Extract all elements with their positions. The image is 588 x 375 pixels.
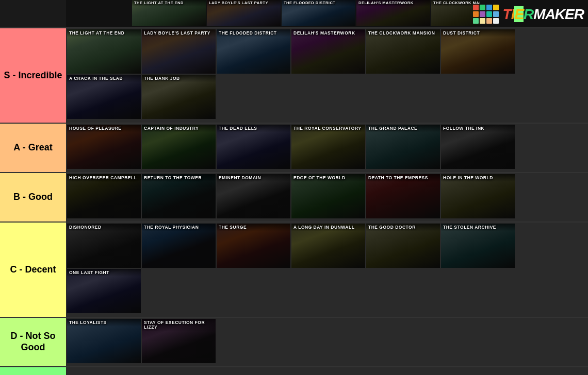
card-title: EMINENT DOMAIN [217, 174, 290, 182]
card-title: STAY OF EXECUTION FOR LIZZY [142, 319, 216, 332]
card-title: FOLLOW THE INK [441, 125, 515, 132]
banner-card-2: LADY BOYLE'S LAST PARTY [207, 0, 281, 26]
tier-card[interactable]: HOLE IN THE WORLD [441, 174, 515, 218]
banner-card-title-4: DELILAH'S MASTERWORK [356, 0, 430, 7]
banner-card-4: DELILAH'S MASTERWORK [356, 0, 430, 26]
brand-text: TiERMAKER [503, 6, 584, 23]
card-title: THE ROYAL CONSERVATORY [291, 125, 365, 132]
tier-row-c: C - Decent DISHONORED THE ROYAL PHYSICIA… [0, 223, 588, 318]
tier-content-e[interactable] [66, 367, 588, 375]
card-title: A LONG DAY IN DUNWALL [291, 224, 365, 231]
tier-label-b: B - Good [0, 173, 66, 221]
logo-grid [473, 5, 499, 24]
tier-row-s: S - Incredible THE LIGHT AT THE END LADY… [0, 28, 588, 124]
banner-card-title-3: THE FLOODED DISTRICT [282, 0, 355, 7]
tier-card[interactable]: LADY BOYLE'S LAST PARTY [142, 29, 216, 74]
logo-cell [480, 18, 485, 24]
tier-content-a[interactable]: HOUSE OF PLEASURE CAPTAIN OF INDUSTRY TH… [66, 124, 588, 172]
card-title: ONE LAST FIGHT [67, 269, 141, 277]
logo-cell [480, 11, 485, 17]
tier-label-c: C - Decent [0, 223, 66, 317]
tier-card[interactable]: THE LOYALISTS [67, 319, 141, 363]
banner-card-1: THE LIGHT AT THE END [132, 0, 206, 26]
tier-card[interactable]: THE LIGHT AT THE END [67, 29, 141, 74]
logo-cell [473, 5, 479, 10]
tier-card[interactable]: RETURN TO THE TOWER [142, 174, 216, 218]
tier-card[interactable]: EDGE OF THE WORLD [291, 174, 365, 218]
card-title: THE DEAD EELS [217, 125, 290, 132]
tier-card[interactable]: THE SURGE [217, 224, 290, 268]
tier-card[interactable]: EMINENT DOMAIN [217, 174, 290, 218]
logo-cell [493, 5, 499, 10]
banner-card-title-2: LADY BOYLE'S LAST PARTY [207, 0, 281, 7]
logo-cell [486, 11, 492, 17]
tier-card[interactable]: DEATH TO THE EMPRESS [366, 174, 440, 218]
banner-card-title-1: THE LIGHT AT THE END [132, 0, 206, 7]
card-title: DUST DISTRICT [441, 29, 515, 37]
tier-card[interactable]: THE BANK JOB [142, 75, 216, 119]
card-title: THE LIGHT AT THE END [67, 29, 141, 37]
card-title: LADY BOYLE'S LAST PARTY [142, 29, 216, 37]
card-title: DELILAH'S MASTERWORK [291, 29, 365, 37]
tier-card[interactable]: THE CLOCKWORK MANSION [366, 29, 440, 74]
tier-content-d[interactable]: THE LOYALISTS STAY OF EXECUTION FOR LIZZ… [66, 318, 588, 366]
card-title: DISHONORED [67, 224, 141, 231]
tier-card[interactable]: HOUSE OF PLEASURE [67, 125, 141, 169]
card-title: THE GRAND PALACE [366, 125, 440, 132]
tier-card[interactable]: THE DEAD EELS [217, 125, 290, 169]
card-title: THE FLOODED DISTRICT [217, 29, 290, 37]
tier-row-a: A - Great HOUSE OF PLEASURE CAPTAIN OF I… [0, 124, 588, 173]
tier-row-d: D - Not So Good THE LOYALISTS STAY OF EX… [0, 318, 588, 367]
top-banner: THE LIGHT AT THE END LADY BOYLE'S LAST P… [0, 0, 588, 28]
tier-list: THE LIGHT AT THE END LADY BOYLE'S LAST P… [0, 0, 588, 375]
tier-card[interactable]: A LONG DAY IN DUNWALL [291, 224, 365, 268]
tier-label-e: E- Bad [0, 367, 66, 375]
card-title: THE LOYALISTS [67, 319, 141, 327]
tier-card[interactable]: DISHONORED [67, 224, 141, 268]
card-title: THE GOOD DOCTOR [366, 224, 440, 231]
banner-cards: THE LIGHT AT THE END LADY BOYLE'S LAST P… [132, 0, 505, 28]
logo-cell [493, 18, 499, 24]
logo-cell [486, 18, 492, 24]
card-title: THE SURGE [217, 224, 290, 231]
tier-content-s[interactable]: THE LIGHT AT THE END LADY BOYLE'S LAST P… [66, 28, 588, 123]
card-title: CAPTAIN OF INDUSTRY [142, 125, 216, 132]
tiermaker-branding: TiERMAKER [480, 0, 588, 28]
tier-card[interactable]: THE GOOD DOCTOR [366, 224, 440, 268]
tier-label-s: S - Incredible [0, 28, 66, 123]
tier-card[interactable]: FOLLOW THE INK [441, 125, 515, 169]
tier-label-a: A - Great [0, 124, 66, 172]
banner-card-3: THE FLOODED DISTRICT [282, 0, 355, 26]
tier-content-b[interactable]: HIGH OVERSEER CAMPBELL RETURN TO THE TOW… [66, 173, 588, 221]
tier-card[interactable]: CAPTAIN OF INDUSTRY [142, 125, 216, 169]
logo-cell [473, 11, 479, 17]
tier-card[interactable]: THE ROYAL CONSERVATORY [291, 125, 365, 169]
tier-row-e: E- Bad [0, 367, 588, 375]
logo-cell [493, 11, 499, 17]
card-title: THE BANK JOB [142, 75, 216, 82]
card-title: THE CLOCKWORK MANSION [366, 29, 440, 37]
tier-card[interactable]: THE GRAND PALACE [366, 125, 440, 169]
card-title: HOUSE OF PLEASURE [67, 125, 141, 132]
logo-cell [486, 5, 492, 10]
tier-card[interactable]: STAY OF EXECUTION FOR LIZZY [142, 319, 216, 363]
logo-cell [473, 18, 479, 24]
tier-card[interactable]: ONE LAST FIGHT [67, 269, 141, 313]
tier-card[interactable]: DUST DISTRICT [441, 29, 515, 74]
tier-card[interactable]: HIGH OVERSEER CAMPBELL [67, 174, 141, 218]
card-title: DEATH TO THE EMPRESS [366, 174, 440, 182]
tier-card[interactable]: THE ROYAL PHYSICIAN [142, 224, 216, 268]
tier-card[interactable]: THE STOLEN ARCHIVE [441, 224, 515, 268]
tier-label-d: D - Not So Good [0, 318, 66, 366]
card-title: HIGH OVERSEER CAMPBELL [67, 174, 141, 182]
tier-card[interactable]: A CRACK IN THE SLAB [67, 75, 141, 119]
tier-card[interactable]: THE FLOODED DISTRICT [217, 29, 290, 74]
card-title: RETURN TO THE TOWER [142, 174, 216, 182]
card-title: HOLE IN THE WORLD [441, 174, 515, 182]
card-title: A CRACK IN THE SLAB [67, 75, 141, 82]
card-title: EDGE OF THE WORLD [291, 174, 365, 182]
tier-card[interactable]: DELILAH'S MASTERWORK [291, 29, 365, 74]
card-title: THE ROYAL PHYSICIAN [142, 224, 216, 231]
tier-content-c[interactable]: DISHONORED THE ROYAL PHYSICIAN THE SURGE… [66, 223, 588, 317]
logo-cell [480, 5, 485, 10]
